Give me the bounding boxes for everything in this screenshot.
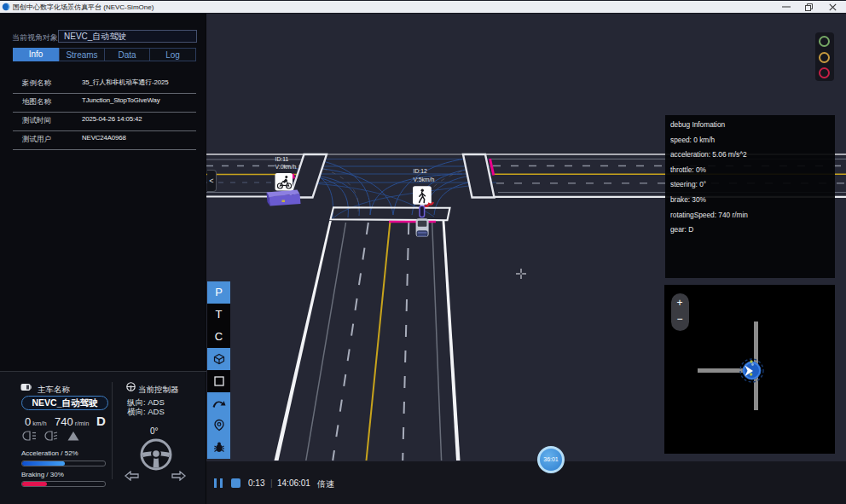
svg-text:V:0km/h: V:0km/h xyxy=(275,164,297,170)
svg-text:ID:11: ID:11 xyxy=(275,156,289,162)
svg-text:V:5km/h: V:5km/h xyxy=(414,177,435,182)
svg-text:ID:12: ID:12 xyxy=(414,168,427,174)
